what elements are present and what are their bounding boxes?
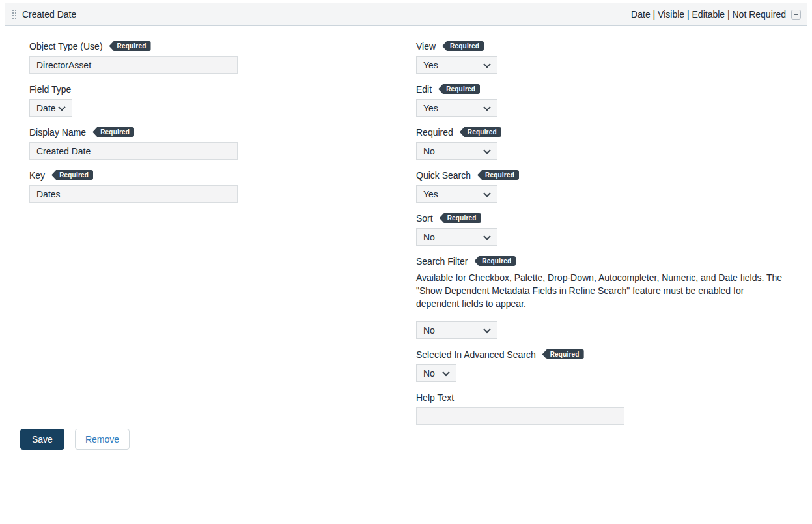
advanced-search-label: Selected In Advanced Search bbox=[416, 349, 536, 360]
view-field-group: View Required Yes bbox=[416, 40, 787, 74]
chevron-down-icon bbox=[58, 103, 65, 110]
field-type-label: Field Type bbox=[29, 84, 71, 95]
right-column: View Required Yes Edit Required Yes bbox=[416, 40, 787, 435]
help-text-input[interactable] bbox=[416, 407, 624, 425]
quick-search-label: Quick Search bbox=[416, 170, 471, 181]
view-selected-value: Yes bbox=[423, 60, 438, 70]
required-field-group: Required Required No bbox=[416, 126, 787, 160]
search-filter-field-group: Search Filter Required Available for Che… bbox=[416, 255, 787, 339]
save-button[interactable]: Save bbox=[20, 429, 64, 450]
left-column: Object Type (Use) Required Field Type Da… bbox=[29, 40, 238, 212]
view-label: View bbox=[416, 41, 436, 51]
chevron-down-icon bbox=[483, 189, 490, 196]
search-filter-description: Available for Checkbox, Palette, Drop-Do… bbox=[416, 271, 785, 310]
chevron-down-icon bbox=[483, 103, 490, 110]
panel-status-summary: Date | Visible | Editable | Not Required bbox=[631, 9, 786, 20]
chevron-down-icon bbox=[442, 368, 449, 375]
key-label: Key bbox=[29, 170, 45, 181]
edit-selected-value: Yes bbox=[423, 103, 438, 113]
object-type-label: Object Type (Use) bbox=[29, 41, 103, 51]
advanced-search-select[interactable]: No bbox=[416, 364, 456, 382]
required-badge: Required bbox=[92, 127, 134, 137]
key-field-group: Key Required bbox=[29, 169, 238, 203]
required-badge: Required bbox=[460, 127, 501, 137]
advanced-search-selected-value: No bbox=[423, 368, 435, 379]
minus-icon bbox=[794, 14, 798, 15]
sort-selected-value: No bbox=[423, 232, 435, 242]
required-badge: Required bbox=[474, 256, 516, 266]
display-name-field-group: Display Name Required bbox=[29, 126, 238, 160]
drag-handle-icon[interactable] bbox=[12, 10, 16, 19]
required-badge: Required bbox=[438, 84, 480, 94]
action-button-row: Save Remove bbox=[20, 429, 130, 450]
search-filter-selected-value: No bbox=[423, 325, 435, 336]
field-settings-panel: Created Date Date | Visible | Editable |… bbox=[5, 3, 807, 517]
collapse-button[interactable] bbox=[791, 10, 801, 20]
advanced-search-field-group: Selected In Advanced Search Required No bbox=[416, 349, 787, 382]
view-select[interactable]: Yes bbox=[416, 56, 497, 74]
field-type-selected-value: Date bbox=[36, 103, 56, 113]
quick-search-selected-value: Yes bbox=[423, 189, 438, 199]
quick-search-select[interactable]: Yes bbox=[416, 185, 497, 203]
required-label: Required bbox=[416, 127, 453, 138]
remove-button[interactable]: Remove bbox=[75, 429, 130, 450]
required-badge: Required bbox=[542, 349, 584, 359]
search-filter-select[interactable]: No bbox=[416, 321, 497, 339]
sort-select[interactable]: No bbox=[416, 228, 497, 246]
sort-field-group: Sort Required No bbox=[416, 212, 787, 246]
panel-content: Object Type (Use) Required Field Type Da… bbox=[5, 26, 807, 517]
field-type-field-group: Field Type Date bbox=[29, 83, 238, 117]
help-text-field-group: Help Text bbox=[416, 392, 787, 425]
required-badge: Required bbox=[109, 41, 151, 51]
edit-select[interactable]: Yes bbox=[416, 99, 497, 117]
quick-search-field-group: Quick Search Required Yes bbox=[416, 169, 787, 203]
required-badge: Required bbox=[440, 213, 481, 223]
panel-title: Created Date bbox=[22, 9, 76, 20]
edit-label: Edit bbox=[416, 84, 432, 95]
display-name-input[interactable] bbox=[29, 142, 238, 160]
chevron-down-icon bbox=[483, 325, 490, 332]
key-input[interactable] bbox=[29, 185, 238, 203]
help-text-label: Help Text bbox=[416, 392, 454, 403]
object-type-field-group: Object Type (Use) Required bbox=[29, 40, 238, 74]
search-filter-label: Search Filter bbox=[416, 256, 468, 267]
required-selected-value: No bbox=[423, 146, 435, 156]
required-badge: Required bbox=[51, 170, 93, 180]
sort-label: Sort bbox=[416, 213, 433, 224]
field-type-select[interactable]: Date bbox=[29, 99, 72, 117]
chevron-down-icon bbox=[483, 232, 490, 239]
required-select[interactable]: No bbox=[416, 142, 497, 160]
required-badge: Required bbox=[442, 41, 484, 51]
required-badge: Required bbox=[477, 170, 519, 180]
panel-header: Created Date Date | Visible | Editable |… bbox=[5, 3, 807, 26]
edit-field-group: Edit Required Yes bbox=[416, 83, 787, 117]
chevron-down-icon bbox=[483, 60, 490, 67]
chevron-down-icon bbox=[483, 146, 490, 153]
object-type-input[interactable] bbox=[29, 56, 238, 74]
display-name-label: Display Name bbox=[29, 127, 86, 138]
